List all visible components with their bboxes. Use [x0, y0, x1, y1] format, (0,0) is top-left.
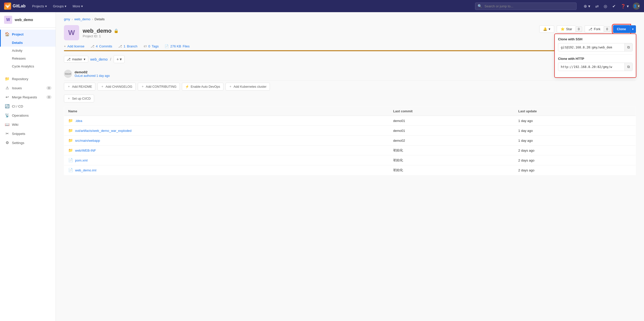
- star-icon: ⭐: [561, 27, 565, 31]
- notification-button[interactable]: 🔔 ▾: [539, 25, 554, 33]
- project-id: Project ID: 1: [83, 34, 119, 38]
- add-changelog-button[interactable]: ＋ Add CHANGELOG: [97, 83, 136, 91]
- commits-label: Commits: [99, 44, 112, 48]
- sidebar-item-snippets[interactable]: ✂ Snippets: [0, 129, 56, 138]
- folder-icon: 📁: [68, 148, 73, 153]
- sidebar-sub-item-label: Releases: [12, 57, 26, 60]
- sidebar-item-label: Issues: [12, 86, 22, 90]
- file-name: pom.xml: [75, 158, 88, 162]
- kubernetes-button[interactable]: ＋ Add Kubernetes cluster: [225, 83, 270, 91]
- file-name-cell[interactable]: 📁 web/WEB-INF: [68, 148, 385, 153]
- commits-count: 4: [96, 44, 98, 48]
- file-name-cell[interactable]: 📄 pom.xml: [68, 158, 385, 163]
- sidebar-item-label: Wiki: [12, 123, 19, 127]
- todo-icon[interactable]: ✔: [611, 3, 617, 10]
- add-license-link[interactable]: + Add license: [64, 44, 84, 48]
- col-name: Name: [64, 107, 389, 116]
- clone-ssh-row: ⧉: [558, 43, 633, 51]
- lightning-icon: ⚡: [185, 85, 189, 88]
- sidebar-item-cicd[interactable]: 🔄 CI / CD: [0, 102, 56, 111]
- clone-http-copy-button[interactable]: ⧉: [624, 63, 632, 71]
- clone-ssh-input[interactable]: [558, 44, 624, 51]
- sidebar-item-label: Repository: [12, 77, 28, 81]
- fork-button[interactable]: ⎇ Fork: [585, 25, 604, 33]
- path-root[interactable]: web_demo: [90, 57, 108, 61]
- sidebar-item-details[interactable]: Details: [0, 39, 56, 47]
- help-icon[interactable]: ❓ ▾: [620, 3, 630, 10]
- main-content: gmy › web_demo › Details W web_demo 🔒 Pr…: [56, 12, 644, 180]
- quick-actions-row2: ＋ Set up CI/CD: [64, 95, 636, 102]
- sidebar-item-settings[interactable]: ⚙ Settings: [0, 138, 56, 147]
- commit-message[interactable]: demo02: [75, 70, 598, 74]
- chevron-down-icon: ▾: [45, 4, 47, 8]
- breadcrumb-gmy[interactable]: gmy: [64, 17, 70, 21]
- issues-icon[interactable]: ◎: [603, 3, 608, 10]
- sidebar-item-issues[interactable]: ⚠ Issues 0: [0, 83, 56, 93]
- commits-icon: ⎇: [91, 44, 94, 48]
- files-icon: 📄: [165, 44, 169, 48]
- copy-icon: ⧉: [627, 65, 630, 69]
- table-row: 📄 web_demo.iml 初始化 2 days ago: [64, 165, 636, 175]
- clone-ssh-copy-button[interactable]: ⧉: [624, 43, 632, 51]
- plus-icon: ＋: [67, 84, 71, 89]
- sidebar-item-repository[interactable]: 📁 Repository: [0, 74, 56, 83]
- issues-badge: 0: [46, 86, 51, 90]
- add-file-button[interactable]: + ▾: [114, 55, 125, 63]
- clone-http-input[interactable]: [558, 63, 624, 70]
- setup-cicd-button[interactable]: ＋ Set up CI/CD: [64, 95, 94, 102]
- files-size: 276 KB: [170, 44, 181, 48]
- user-avatar[interactable]: 👤 ▾: [633, 3, 640, 10]
- copy-icon: ⧉: [627, 45, 630, 49]
- sidebar-item-label: Settings: [12, 141, 24, 145]
- nav-more[interactable]: More ▾: [70, 3, 85, 9]
- sidebar-item-merge-requests[interactable]: ↩ Merge Requests 0: [0, 93, 56, 102]
- nav-projects[interactable]: Projects ▾: [30, 3, 49, 9]
- commits-stat[interactable]: ⎇ 4 Commits: [91, 44, 112, 48]
- commit-time: authored 1 day ago: [83, 74, 110, 78]
- file-toolbar: ⎇ master ▾ web_demo / + ▾: [64, 55, 636, 63]
- add-readme-button[interactable]: ＋ Add README: [64, 83, 95, 91]
- files-stat[interactable]: 📄 276 KB Files: [165, 44, 189, 48]
- repository-icon: 📁: [5, 77, 9, 81]
- file-commit: 初始化: [389, 165, 514, 175]
- folder-icon: 📁: [68, 118, 73, 123]
- clone-divider: [558, 55, 633, 55]
- nav-groups[interactable]: Groups ▾: [50, 3, 69, 9]
- sidebar-sub-item-label: Details: [12, 41, 23, 45]
- search-input[interactable]: [475, 3, 577, 10]
- star-button[interactable]: ⭐ Star: [557, 25, 576, 33]
- sidebar-item-cycle-analytics[interactable]: Cycle Analytics: [0, 62, 56, 70]
- auto-devops-button[interactable]: ⚡ Enable Auto DevOps: [182, 83, 223, 91]
- clone-dropdown-toggle[interactable]: ▾: [630, 25, 636, 33]
- merge-requests-icon[interactable]: ⇄: [594, 3, 600, 10]
- sidebar-item-project[interactable]: 🏠 Project: [0, 30, 56, 39]
- plus-action-button[interactable]: ⊕ ▾: [583, 3, 591, 10]
- sidebar-item-operations[interactable]: 📡 Operations: [0, 111, 56, 120]
- commit-author: GuLei: [75, 74, 83, 78]
- logo[interactable]: GitLab: [4, 3, 26, 10]
- add-contributing-button[interactable]: ＋ Add CONTRIBUTING: [138, 83, 180, 91]
- sidebar-item-activity[interactable]: Activity: [0, 47, 56, 55]
- breadcrumb-sep-1: ›: [72, 17, 73, 21]
- merge-requests-badge: 0: [46, 95, 51, 99]
- file-date: 2 days ago: [514, 146, 636, 155]
- branches-stat[interactable]: ⎇ 1 Branch: [118, 44, 137, 48]
- branch-selector[interactable]: ⎇ master ▾: [64, 56, 88, 63]
- clone-http-row: ⧉: [558, 63, 633, 71]
- clone-main-button[interactable]: Clone: [613, 25, 630, 33]
- file-name-cell[interactable]: 📁 src/main/webapp: [68, 138, 385, 143]
- sidebar-project-name: web_demo: [15, 18, 33, 22]
- file-name-cell[interactable]: 📁 out/artifacts/web_demo_war_exploded: [68, 128, 385, 133]
- merge-requests-icon: ↩: [5, 95, 9, 99]
- sidebar-item-releases[interactable]: Releases: [0, 55, 56, 62]
- file-name-cell[interactable]: 📄 web_demo.iml: [68, 168, 385, 172]
- operations-icon: 📡: [5, 113, 9, 118]
- breadcrumb-sep-2: ›: [92, 17, 93, 21]
- search-container: 🔍: [475, 3, 577, 10]
- tags-stat[interactable]: 🏷 0 Tags: [144, 44, 159, 48]
- breadcrumb-web-demo[interactable]: web_demo: [74, 17, 91, 21]
- file-table: Name Last commit Last update 📁 .idea dem…: [64, 106, 636, 175]
- file-name-cell[interactable]: 📁 .idea: [68, 118, 385, 123]
- file-table-header: Name Last commit Last update: [64, 107, 636, 116]
- sidebar-item-wiki[interactable]: 📖 Wiki: [0, 120, 56, 129]
